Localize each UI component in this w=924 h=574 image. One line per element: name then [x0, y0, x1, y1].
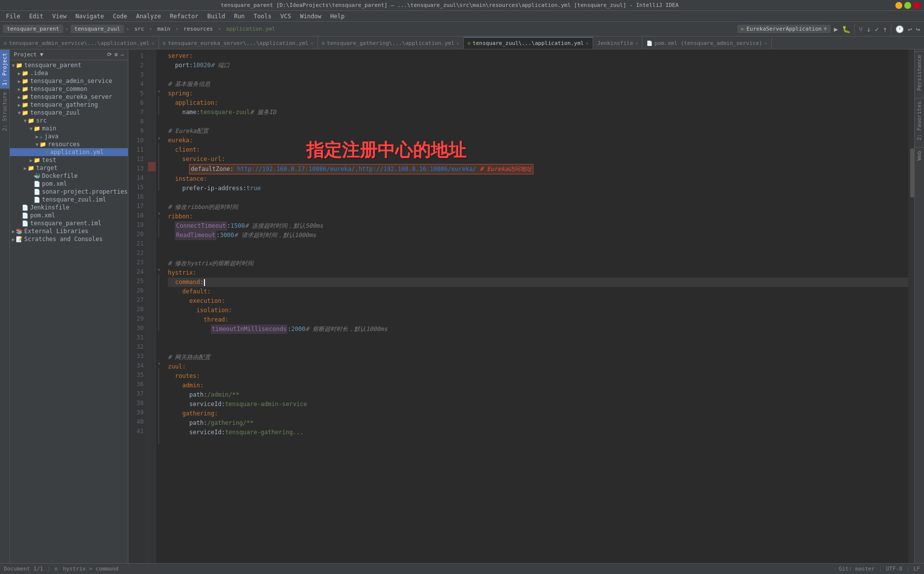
code-line-28: isolation:: [168, 306, 908, 315]
tree-pom-parent[interactable]: ▶ 📄 pom.xml: [10, 211, 128, 219]
menu-analyze[interactable]: Analyze: [132, 12, 165, 21]
code-editor[interactable]: 指定注册中心的地址 12345 678910 1112131415 161718…: [128, 49, 914, 563]
tab-admin-app[interactable]: ⚙ tensquare_admin_service\...\applicatio…: [0, 37, 159, 49]
status-git: Git: master: [839, 566, 875, 572]
tree-idea[interactable]: ▶ 📁 .idea: [10, 69, 128, 77]
status-encoding: UTF-8: [886, 566, 902, 572]
main-layout: 1: Project 2: Structure Project ▼ ⟳ ⚙ — …: [0, 49, 924, 563]
code-line-29: thread:: [168, 315, 908, 325]
code-content[interactable]: server: port: 10020 # 端口 # 基本服务信息 spring…: [162, 49, 908, 563]
tree-src[interactable]: ▼ 📁 src: [10, 117, 128, 124]
menu-help[interactable]: Help: [326, 12, 349, 21]
tree-common[interactable]: ▶ 📁 tensquare_common: [10, 85, 128, 93]
minimize-button[interactable]: [895, 2, 902, 9]
menu-refactor[interactable]: Refactor: [166, 12, 202, 21]
status-bar: Document 1/1 | ⚙ hystrix > command Git: …: [0, 563, 924, 574]
code-line-6: application:: [168, 98, 908, 108]
tree-tensquare-parent[interactable]: ▼ 📁 tensquare_parent: [10, 61, 128, 69]
tree-label: tensquare_zuul: [30, 109, 80, 116]
breadcrumb-file[interactable]: application.yml: [223, 25, 278, 33]
tree-pom-zuul[interactable]: ▶ 📄 pom.xml: [10, 180, 128, 188]
tree-sonar[interactable]: ▶ 📄 sonar-project.properties: [10, 188, 128, 196]
tree-main[interactable]: ▼ 📁 main: [10, 124, 128, 132]
git-icon[interactable]: ⑂: [858, 25, 864, 33]
code-line-18: ribbon:: [168, 212, 908, 221]
tree-iml[interactable]: ▶ 📄 tensquare_zuul.iml: [10, 196, 128, 204]
menu-navigate[interactable]: Navigate: [72, 12, 108, 21]
breadcrumb-main[interactable]: main: [154, 25, 173, 33]
panel-tab-project[interactable]: 1: Project: [0, 49, 9, 88]
maximize-button[interactable]: [904, 2, 911, 9]
tab-zuul-app[interactable]: ⚙ tensquare_zuul\...\application.yml ✕: [464, 37, 593, 49]
menu-view[interactable]: View: [48, 12, 71, 21]
tab-jenkinsfile[interactable]: Jenkinsfile ✕: [593, 37, 643, 49]
config-icon[interactable]: ⚙: [115, 51, 118, 58]
run-button[interactable]: ▶: [833, 25, 839, 33]
project-panel-header: Project ▼ ⟳ ⚙ —: [10, 49, 128, 60]
sync-icon[interactable]: ⟳: [107, 51, 112, 58]
tree-scratches[interactable]: ▶ 📝 Scratches and Consoles: [10, 235, 128, 243]
menu-vcs[interactable]: VCS: [277, 12, 295, 21]
tab-gathering-app[interactable]: ⚙ tensquare_gathering\...\application.ym…: [318, 37, 464, 49]
tree-zuul[interactable]: ▼ 📁 tensquare_zuul: [10, 109, 128, 117]
tree-target[interactable]: ▶ 📁 target: [10, 164, 128, 172]
tree-gathering[interactable]: ▶ 📁 tensquare_gathering: [10, 101, 128, 109]
tree-resources[interactable]: ▼ 📁 resources: [10, 140, 128, 148]
collapse-icon[interactable]: —: [121, 51, 124, 58]
annotation-column: [148, 49, 156, 563]
code-line-38: serviceId: tensquare-admin-service: [168, 400, 908, 409]
project-panel: Project ▼ ⟳ ⚙ — ▼ 📁 tensquare_parent ▶ 📁…: [10, 49, 128, 563]
tree-label: Scratches and Consoles: [24, 236, 103, 243]
tree-parent-iml[interactable]: ▶ 📄 tensquare_parent.iml: [10, 219, 128, 227]
run-config-selector[interactable]: ▶ EurekaServerApplication ▼: [737, 25, 831, 33]
tree-dockerfile[interactable]: ▶ 🐳 Dockerfile: [10, 172, 128, 180]
code-line-31: [168, 334, 908, 343]
code-line-22: [168, 249, 908, 259]
push-button[interactable]: ↑: [882, 25, 888, 33]
code-line-32: [168, 343, 908, 353]
update-button[interactable]: ↓: [866, 25, 872, 33]
menu-tools[interactable]: Tools: [250, 12, 276, 21]
tree-admin-service[interactable]: ▶ 📁 tensquare_admin_service: [10, 77, 128, 85]
code-line-7: name: tensquare-zuul # 服务ID: [168, 108, 908, 117]
menu-window[interactable]: Window: [296, 12, 325, 21]
tree-label: src: [36, 117, 47, 124]
commit-button[interactable]: ✓: [874, 25, 880, 33]
menu-build[interactable]: Build: [203, 12, 229, 21]
tree-java[interactable]: ▶ ☕ java: [10, 132, 128, 140]
close-button[interactable]: [913, 2, 920, 9]
menu-file[interactable]: File: [2, 12, 24, 21]
scrollbar-thumb[interactable]: [910, 148, 914, 198]
panel-tab-favorites[interactable]: 2: Favorites: [915, 98, 924, 143]
clock-icon[interactable]: 🕐: [894, 25, 905, 33]
breadcrumb-resources[interactable]: resources: [181, 25, 216, 33]
tree-label: test: [42, 157, 56, 164]
status-breadcrumb: ⚙ hystrix > command: [54, 566, 119, 572]
tree-test[interactable]: ▶ 📁 test: [10, 156, 128, 164]
menu-code[interactable]: Code: [109, 12, 131, 21]
menu-edit[interactable]: Edit: [25, 12, 47, 21]
tree-label: Dockerfile: [42, 172, 78, 179]
panel-tab-persistence[interactable]: Persistence: [915, 51, 924, 94]
redo-button[interactable]: ↪: [915, 25, 921, 33]
tab-eureka-app[interactable]: ⚙ tensquare_eureka_server\...\applicatio…: [159, 37, 318, 49]
breadcrumb-src[interactable]: src: [131, 25, 147, 33]
undo-button[interactable]: ↩: [907, 25, 913, 33]
project-breadcrumb-1[interactable]: tensquare_parent: [3, 25, 63, 33]
code-line-27: execution:: [168, 296, 908, 306]
scrollbar[interactable]: [908, 49, 914, 563]
menu-run[interactable]: Run: [230, 12, 249, 21]
panel-tab-web[interactable]: Web: [915, 147, 924, 164]
code-line-30: timeoutInMilliseconds: 2000 # 熔断超时时长，默认1…: [168, 325, 908, 334]
tree-external-libraries[interactable]: ▶ 📚 External Libraries: [10, 227, 128, 235]
window-controls: [895, 2, 920, 9]
project-breadcrumb-2[interactable]: tensquare_zuul: [71, 25, 124, 33]
tree-application-yml[interactable]: ▶ ⚙ application.yml: [10, 148, 128, 156]
tab-pom-admin[interactable]: 📄 pom.xml (tensquare_admin_service) ✕: [643, 37, 772, 49]
code-line-35: routes:: [168, 371, 908, 381]
tree-jenkinsfile[interactable]: ▶ 📄 Jenkinsfile: [10, 204, 128, 211]
panel-tab-structure[interactable]: 2: Structure: [0, 88, 9, 134]
tree-eureka[interactable]: ▶ 📁 tensquare_eureka_server: [10, 93, 128, 101]
debug-button[interactable]: 🐛: [841, 25, 851, 33]
project-tree: ▼ 📁 tensquare_parent ▶ 📁 .idea ▶ 📁 tensq…: [10, 60, 128, 563]
